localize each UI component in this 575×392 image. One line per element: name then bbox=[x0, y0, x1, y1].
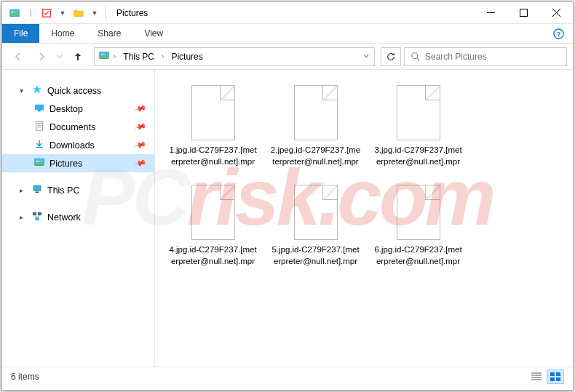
chevron-down-icon[interactable]: ▼ bbox=[56, 7, 69, 20]
quick-access-toolbar: | ▼ ▼ bbox=[2, 7, 101, 20]
folder-icon[interactable] bbox=[72, 7, 85, 20]
file-icon bbox=[393, 85, 444, 140]
address-bar[interactable]: › This PC › Pictures bbox=[94, 47, 375, 66]
item-count: 6 items bbox=[11, 372, 39, 382]
pin-icon: 📌 bbox=[134, 102, 148, 115]
sidebar-item-label: Quick access bbox=[47, 86, 146, 96]
breadcrumb-this-pc[interactable]: This PC bbox=[120, 50, 157, 63]
svg-rect-34 bbox=[556, 372, 560, 376]
file-name: 6.jpg.id-C279F237.[meterpreter@null.net]… bbox=[373, 244, 464, 267]
sidebar-item-desktop[interactable]: Desktop 📌 bbox=[2, 100, 154, 118]
desktop-icon bbox=[34, 103, 44, 115]
sidebar-item-pictures[interactable]: Pictures 📌 bbox=[2, 154, 154, 172]
nav-tree: ▾ Quick access Desktop 📌 Documents 📌 Dow… bbox=[2, 70, 155, 367]
tab-home[interactable]: Home bbox=[39, 24, 86, 43]
app-icon bbox=[8, 7, 21, 20]
documents-icon bbox=[34, 121, 44, 133]
sidebar-item-label: Desktop bbox=[49, 104, 130, 114]
chevron-down-icon[interactable] bbox=[362, 52, 370, 62]
sidebar-quick-access[interactable]: ▾ Quick access bbox=[2, 81, 154, 100]
tab-share[interactable]: Share bbox=[86, 24, 132, 43]
divider bbox=[106, 7, 106, 20]
svg-rect-14 bbox=[38, 111, 41, 112]
titlebar: | ▼ ▼ Pictures bbox=[2, 2, 573, 24]
svg-rect-36 bbox=[556, 377, 560, 381]
help-button[interactable]: ? bbox=[544, 24, 573, 43]
svg-line-28 bbox=[37, 215, 40, 217]
sidebar-item-downloads[interactable]: Downloads 📌 bbox=[2, 136, 154, 154]
star-icon bbox=[32, 84, 42, 97]
close-button[interactable] bbox=[540, 2, 573, 24]
properties-icon[interactable] bbox=[40, 7, 53, 20]
back-button[interactable] bbox=[8, 47, 28, 67]
window-title: Pictures bbox=[116, 8, 148, 18]
content-area: ▾ Quick access Desktop 📌 Documents 📌 Dow… bbox=[2, 70, 573, 367]
breadcrumb-pictures[interactable]: Pictures bbox=[168, 50, 205, 63]
svg-rect-24 bbox=[33, 212, 36, 215]
file-icon bbox=[393, 185, 444, 240]
chevron-right-icon[interactable]: › bbox=[162, 52, 164, 60]
file-item[interactable]: 6.jpg.id-C279F237.[meterpreter@null.net]… bbox=[369, 178, 467, 273]
chevron-right-icon[interactable]: › bbox=[114, 52, 116, 60]
search-input[interactable] bbox=[425, 52, 560, 62]
maximize-button[interactable] bbox=[507, 2, 540, 24]
separator-icon: | bbox=[24, 7, 37, 20]
file-icon bbox=[188, 185, 239, 240]
tab-view[interactable]: View bbox=[132, 24, 175, 43]
thumbnails-view-button[interactable] bbox=[547, 369, 564, 384]
sidebar-this-pc[interactable]: ▸ This PC bbox=[2, 181, 154, 199]
svg-text:?: ? bbox=[557, 31, 561, 38]
file-name: 3.jpg.id-C279F237.[meterpreter@null.net]… bbox=[373, 145, 464, 167]
sidebar-item-documents[interactable]: Documents 📌 bbox=[2, 118, 154, 136]
chevron-down-icon[interactable]: ▼ bbox=[88, 7, 101, 20]
sidebar-item-label: Documents bbox=[49, 122, 130, 132]
svg-line-27 bbox=[35, 215, 38, 217]
file-name: 2.jpeg.id-C279F237.[meterpreter@null.net… bbox=[270, 145, 361, 167]
explorer-window: | ▼ ▼ Pictures File Home Sh bbox=[1, 1, 574, 391]
statusbar: 6 items bbox=[2, 367, 573, 385]
file-icon bbox=[290, 185, 341, 240]
downloads-icon bbox=[34, 139, 44, 151]
file-item[interactable]: 1.jpg.id-C279F237.[meterpreter@null.net]… bbox=[164, 79, 262, 174]
recent-dropdown[interactable] bbox=[55, 47, 65, 67]
svg-point-11 bbox=[412, 52, 418, 58]
svg-line-12 bbox=[417, 57, 420, 60]
sidebar-network[interactable]: ▸ Network bbox=[2, 208, 154, 226]
file-item[interactable]: 5.jpg.id-C279F237.[meterpreter@null.net]… bbox=[266, 178, 365, 273]
refresh-button[interactable] bbox=[381, 47, 401, 66]
search-icon bbox=[411, 52, 421, 62]
ribbon: File Home Share View ? bbox=[2, 24, 573, 44]
up-button[interactable] bbox=[68, 47, 88, 67]
chevron-right-icon[interactable]: ▸ bbox=[20, 213, 27, 221]
search-box[interactable] bbox=[404, 47, 567, 66]
pictures-icon bbox=[99, 50, 109, 63]
file-icon bbox=[290, 85, 341, 140]
sidebar-item-label: This PC bbox=[47, 185, 146, 196]
file-item[interactable]: 2.jpeg.id-C279F237.[meterpreter@null.net… bbox=[266, 79, 365, 174]
file-name: 4.jpg.id-C279F237.[meterpreter@null.net]… bbox=[167, 244, 258, 267]
file-icon bbox=[188, 85, 239, 140]
window-controls bbox=[475, 2, 573, 24]
file-name: 1.jpg.id-C279F237.[meterpreter@null.net]… bbox=[167, 145, 258, 167]
computer-icon bbox=[32, 184, 42, 196]
sidebar-item-label: Pictures bbox=[49, 159, 130, 169]
svg-rect-23 bbox=[35, 192, 39, 193]
svg-rect-4 bbox=[520, 9, 528, 17]
pictures-icon bbox=[34, 157, 44, 169]
file-tab[interactable]: File bbox=[2, 24, 39, 43]
details-view-button[interactable] bbox=[528, 369, 545, 384]
svg-rect-22 bbox=[34, 186, 41, 191]
file-item[interactable]: 3.jpg.id-C279F237.[meterpreter@null.net]… bbox=[369, 79, 467, 174]
forward-button[interactable] bbox=[31, 47, 52, 67]
svg-rect-35 bbox=[550, 377, 555, 381]
sidebar-item-label: Network bbox=[47, 212, 146, 223]
file-item[interactable]: 4.jpg.id-C279F237.[meterpreter@null.net]… bbox=[164, 178, 262, 273]
minimize-button[interactable] bbox=[475, 2, 507, 24]
chevron-right-icon[interactable]: ▸ bbox=[20, 186, 27, 194]
sidebar-item-label: Downloads bbox=[49, 140, 130, 151]
chevron-down-icon[interactable]: ▾ bbox=[20, 87, 27, 95]
pin-icon: 📌 bbox=[134, 120, 148, 133]
file-name: 5.jpg.id-C279F237.[meterpreter@null.net]… bbox=[270, 244, 361, 267]
svg-rect-33 bbox=[550, 372, 555, 376]
files-pane[interactable]: 1.jpg.id-C279F237.[meterpreter@null.net]… bbox=[155, 70, 573, 367]
